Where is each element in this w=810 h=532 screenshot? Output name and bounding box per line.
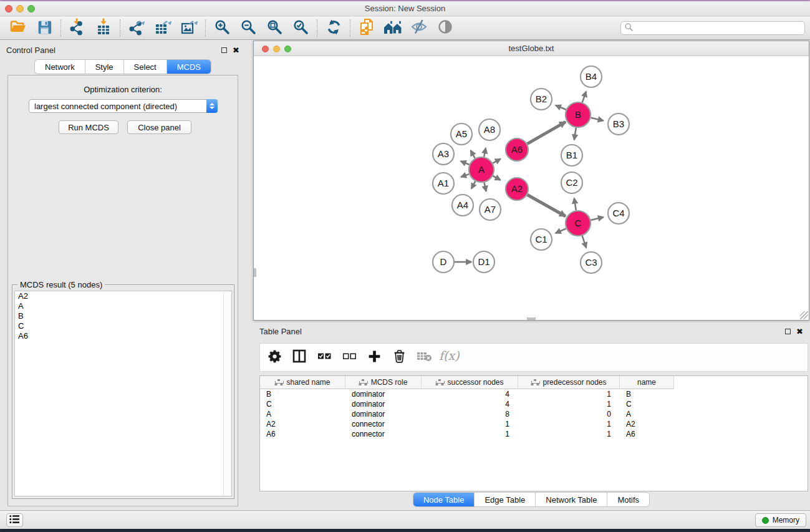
graph-edge-B-B1[interactable] <box>574 128 576 140</box>
run-mcds-button[interactable]: Run MCDS <box>59 120 118 134</box>
graph-edge-C-C4[interactable] <box>591 217 603 220</box>
graph-node-C[interactable]: C <box>566 211 591 236</box>
mcds-result-item[interactable]: A6 <box>15 331 231 341</box>
network-home-button[interactable] <box>380 18 406 38</box>
tab-select[interactable]: Select <box>124 60 167 74</box>
show-graphics-details-button[interactable] <box>432 18 458 38</box>
tab-edge-table[interactable]: Edge Table <box>475 493 536 506</box>
cell-MCDS-role[interactable]: dominator <box>345 389 422 399</box>
column-header-MCDS-role[interactable]: MCDS role <box>345 376 422 389</box>
graph-node-C3[interactable]: C3 <box>581 252 602 273</box>
column-header-shared-name[interactable]: shared name <box>260 376 345 389</box>
graph-edge-C-C1[interactable] <box>556 229 566 233</box>
search-input[interactable] <box>636 24 801 32</box>
cell-predecessor-nodes[interactable]: 0 <box>518 409 620 419</box>
cell-predecessor-nodes[interactable]: 1 <box>518 419 620 429</box>
graph-node-A5[interactable]: A5 <box>451 123 472 145</box>
graph-node-C2[interactable]: C2 <box>561 172 582 193</box>
graph-edge-A-A2[interactable] <box>493 176 500 180</box>
vertical-scrollbar-thumb[interactable] <box>254 268 256 277</box>
tab-node-table[interactable]: Node Table <box>413 493 475 506</box>
cell-MCDS-role[interactable]: dominator <box>345 399 422 409</box>
horizontal-scrollbar-thumb[interactable] <box>527 317 536 320</box>
graph-node-A8[interactable]: A8 <box>479 119 500 140</box>
memory-button[interactable]: Memory <box>755 513 806 527</box>
cell-MCDS-role[interactable]: connector <box>345 429 422 439</box>
open-session-button[interactable] <box>5 18 31 38</box>
save-session-button[interactable] <box>31 18 57 38</box>
graph-edge-A-A5[interactable] <box>471 150 475 158</box>
tab-network[interactable]: Network <box>35 60 85 74</box>
table-settings-gear-button[interactable] <box>266 348 282 367</box>
mcds-result-item[interactable]: A2 <box>15 291 231 301</box>
cell-predecessor-nodes[interactable]: 1 <box>518 399 620 409</box>
graph-edge-A-A6[interactable] <box>493 159 501 163</box>
graph-node-A1[interactable]: A1 <box>433 173 454 194</box>
graph-node-D1[interactable]: D1 <box>473 251 494 273</box>
graph-node-A3[interactable]: A3 <box>433 143 454 165</box>
search-field[interactable] <box>620 21 805 35</box>
close-panel-icon[interactable]: ✖ <box>233 47 239 53</box>
cell-name[interactable]: A <box>620 409 674 419</box>
graph-edge-B-B2[interactable] <box>556 105 566 110</box>
cell-shared-name[interactable]: B <box>260 389 345 399</box>
graph-node-C4[interactable]: C4 <box>608 203 629 224</box>
window-resize-grip[interactable] <box>800 311 808 319</box>
graph-edge-B-B3[interactable] <box>591 118 604 121</box>
graph-edge-A-A1[interactable] <box>461 174 469 177</box>
table-row[interactable]: Cdominator41C <box>260 399 808 409</box>
graph-node-C1[interactable]: C1 <box>531 229 552 250</box>
graph-edge-B-B4[interactable] <box>582 92 586 103</box>
graph-edge-C-C3[interactable] <box>582 236 587 248</box>
clone-network-button[interactable] <box>354 18 380 38</box>
graph-edge-C-C2[interactable] <box>574 198 576 211</box>
cell-shared-name[interactable]: A6 <box>260 429 345 439</box>
float-panel-icon[interactable] <box>221 47 227 53</box>
graph-node-D[interactable]: D <box>433 251 454 273</box>
delete-columns-trash-button[interactable] <box>391 348 407 367</box>
graph-edge-A2-C[interactable] <box>528 195 566 216</box>
graph-node-B3[interactable]: B3 <box>608 114 629 135</box>
select-all-columns-button[interactable] <box>316 348 332 367</box>
add-column-button[interactable] <box>366 348 382 367</box>
import-network-file-button[interactable] <box>64 18 90 38</box>
graph-edge-A6-B[interactable] <box>528 122 566 143</box>
graph-node-B[interactable]: B <box>566 102 591 127</box>
graph-node-B4[interactable]: B4 <box>581 66 602 87</box>
cell-successor-nodes[interactable]: 1 <box>422 429 518 439</box>
cell-predecessor-nodes[interactable]: 1 <box>518 429 620 439</box>
zoom-fit-content-button[interactable] <box>261 18 287 38</box>
graph-node-B1[interactable]: B1 <box>561 145 582 166</box>
zoom-in-button[interactable] <box>209 18 235 38</box>
show-columns-button[interactable] <box>291 348 307 367</box>
table-row[interactable]: Adominator80A <box>260 409 808 419</box>
graph-node-A2[interactable]: A2 <box>506 178 528 200</box>
zoom-selected-button[interactable] <box>287 18 314 38</box>
graph-edge-A-A8[interactable] <box>484 148 486 157</box>
cell-name[interactable]: A6 <box>620 429 674 439</box>
graph-node-A4[interactable]: A4 <box>452 195 473 216</box>
graph-node-A[interactable]: A <box>469 157 494 182</box>
cell-successor-nodes[interactable]: 4 <box>422 399 518 409</box>
cell-MCDS-role[interactable]: dominator <box>345 409 422 419</box>
hide-graphics-details-button[interactable] <box>406 18 432 38</box>
cell-successor-nodes[interactable]: 8 <box>422 409 518 419</box>
export-table-button[interactable] <box>150 18 176 38</box>
mcds-result-item[interactable]: B <box>15 311 231 321</box>
table-row[interactable]: A2connector11A2 <box>260 419 808 429</box>
mcds-result-item[interactable]: A <box>15 301 231 311</box>
close-table-panel-icon[interactable]: ✖ <box>796 329 803 334</box>
refresh-network-button[interactable] <box>321 18 347 38</box>
network-canvas[interactable]: B4B2BB3A5A8A3A6B1AA1C2A2A4A7C4CC1C3DD1 <box>254 56 809 320</box>
column-header-predecessor-nodes[interactable]: predecessor nodes <box>518 376 620 389</box>
graph-edge-A-A4[interactable] <box>471 181 475 189</box>
mcds-result-item[interactable]: C <box>15 321 231 331</box>
close-panel-button[interactable]: Close panel <box>127 120 191 134</box>
import-table-file-button[interactable] <box>90 18 117 38</box>
cell-successor-nodes[interactable]: 1 <box>422 419 518 429</box>
cell-successor-nodes[interactable]: 4 <box>422 389 518 399</box>
cell-shared-name[interactable]: C <box>260 399 345 409</box>
cell-shared-name[interactable]: A2 <box>260 419 345 429</box>
deselect-all-columns-button[interactable] <box>341 348 357 367</box>
export-network-button[interactable] <box>123 18 150 38</box>
